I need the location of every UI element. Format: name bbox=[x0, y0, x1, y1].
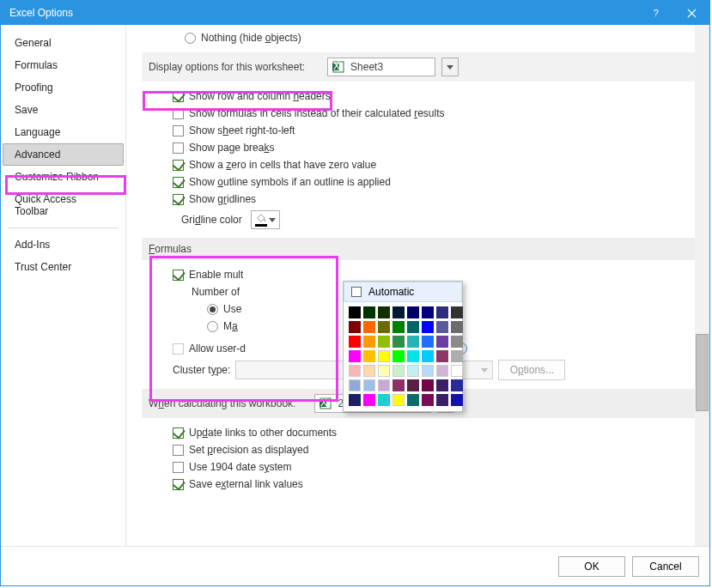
content-scrollbar[interactable] bbox=[695, 25, 709, 546]
color-swatch[interactable] bbox=[393, 379, 405, 391]
cb-1904[interactable] bbox=[173, 462, 184, 473]
color-swatch[interactable] bbox=[393, 321, 405, 333]
color-swatch[interactable] bbox=[349, 306, 361, 318]
sidebar-item-language[interactable]: Language bbox=[3, 121, 124, 143]
color-swatch[interactable] bbox=[436, 365, 448, 377]
color-swatch[interactable] bbox=[363, 394, 375, 406]
cancel-button[interactable]: Cancel bbox=[632, 556, 699, 577]
color-swatch[interactable] bbox=[378, 350, 390, 362]
color-swatch[interactable] bbox=[436, 350, 448, 362]
cb-zero-in-cells[interactable] bbox=[173, 160, 184, 171]
color-swatch[interactable] bbox=[436, 336, 448, 348]
color-swatch[interactable] bbox=[422, 350, 434, 362]
color-swatch[interactable] bbox=[349, 321, 361, 333]
color-swatch[interactable] bbox=[407, 321, 419, 333]
automatic-label: Automatic bbox=[368, 286, 414, 298]
color-swatch[interactable] bbox=[363, 336, 375, 348]
color-swatch[interactable] bbox=[451, 321, 463, 333]
color-swatch[interactable] bbox=[363, 350, 375, 362]
gridline-color-button[interactable] bbox=[251, 210, 280, 229]
color-swatch[interactable] bbox=[363, 321, 375, 333]
sidebar-item-save[interactable]: Save bbox=[3, 99, 124, 121]
sidebar-item-advanced[interactable]: Advanced bbox=[3, 143, 124, 166]
color-swatch[interactable] bbox=[422, 379, 434, 391]
color-swatch[interactable] bbox=[407, 350, 419, 362]
worksheet-picker[interactable]: X Sheet3 bbox=[327, 58, 435, 76]
lbl-update-links: Update links to other documents bbox=[189, 427, 337, 439]
cb-show-gridlines[interactable] bbox=[173, 194, 184, 205]
lbl-manual: Ma bbox=[223, 320, 238, 332]
section-when-calculating-title: When calculating this workbook: bbox=[149, 397, 295, 409]
color-swatch[interactable] bbox=[349, 350, 361, 362]
radio-use-all-processors[interactable] bbox=[207, 304, 218, 315]
color-swatch[interactable] bbox=[393, 350, 405, 362]
color-swatch[interactable] bbox=[451, 336, 463, 348]
sidebar-item-add-ins[interactable]: Add-Ins bbox=[3, 233, 124, 256]
color-swatch[interactable] bbox=[378, 394, 390, 406]
color-swatch[interactable] bbox=[393, 394, 405, 406]
cb-update-links[interactable] bbox=[173, 427, 184, 439]
color-swatch[interactable] bbox=[393, 365, 405, 377]
color-swatch[interactable] bbox=[363, 365, 375, 377]
sidebar-item-trust-center[interactable]: Trust Center bbox=[3, 256, 124, 278]
color-swatch[interactable] bbox=[407, 394, 419, 406]
color-swatch[interactable] bbox=[422, 306, 434, 318]
color-swatch[interactable] bbox=[436, 321, 448, 333]
color-swatch[interactable] bbox=[407, 365, 419, 377]
help-button[interactable]: ? bbox=[637, 1, 673, 25]
cb-show-formulas[interactable] bbox=[173, 108, 184, 119]
sidebar-item-formulas[interactable]: Formulas bbox=[3, 54, 124, 76]
radio-manual[interactable] bbox=[207, 321, 218, 332]
cb-right-to-left[interactable] bbox=[173, 125, 184, 136]
color-swatch[interactable] bbox=[436, 394, 448, 406]
cb-page-breaks[interactable] bbox=[173, 142, 184, 154]
cb-enable-multithreaded[interactable] bbox=[173, 270, 184, 281]
color-swatch[interactable] bbox=[378, 336, 390, 348]
worksheet-dropdown-button[interactable] bbox=[441, 58, 459, 76]
section-display-title: Display options for this worksheet: bbox=[149, 61, 305, 73]
ok-button[interactable]: OK bbox=[558, 556, 625, 577]
lbl-outline-symbols: Show outline symbols if an outline is ap… bbox=[189, 176, 391, 188]
close-button[interactable] bbox=[673, 1, 709, 25]
category-sidebar: General Formulas Proofing Save Language … bbox=[1, 25, 126, 546]
scrollbar-thumb[interactable] bbox=[696, 334, 709, 411]
color-swatch[interactable] bbox=[422, 365, 434, 377]
sidebar-item-customize-ribbon[interactable]: Customize Ribbon bbox=[3, 166, 124, 188]
cb-external-links[interactable] bbox=[173, 479, 184, 490]
radio-nothing-hide-objects[interactable] bbox=[185, 33, 196, 44]
color-swatch[interactable] bbox=[422, 336, 434, 348]
cb-precision[interactable] bbox=[173, 445, 184, 456]
color-swatch[interactable] bbox=[393, 336, 405, 348]
color-swatch[interactable] bbox=[451, 350, 463, 362]
sidebar-item-general[interactable]: General bbox=[3, 32, 124, 54]
color-automatic[interactable]: Automatic bbox=[344, 282, 462, 302]
color-swatch[interactable] bbox=[407, 379, 419, 391]
cb-outline-symbols[interactable] bbox=[173, 177, 184, 188]
dialog-button-row: OK Cancel bbox=[1, 546, 709, 585]
cb-row-col-headers[interactable] bbox=[173, 91, 184, 102]
color-swatch[interactable] bbox=[378, 321, 390, 333]
color-swatch[interactable] bbox=[407, 306, 419, 318]
color-swatch[interactable] bbox=[378, 379, 390, 391]
color-swatch[interactable] bbox=[378, 306, 390, 318]
color-swatch[interactable] bbox=[451, 365, 463, 377]
color-swatch[interactable] bbox=[422, 321, 434, 333]
color-swatch[interactable] bbox=[349, 365, 361, 377]
color-swatch[interactable] bbox=[393, 306, 405, 318]
color-swatch[interactable] bbox=[349, 336, 361, 348]
color-swatch[interactable] bbox=[349, 379, 361, 391]
sidebar-item-quick-access-toolbar[interactable]: Quick Access Toolbar bbox=[3, 188, 124, 222]
color-swatch[interactable] bbox=[363, 306, 375, 318]
color-swatch[interactable] bbox=[422, 394, 434, 406]
color-swatch[interactable] bbox=[451, 306, 463, 318]
color-swatch[interactable] bbox=[349, 394, 361, 406]
color-swatch[interactable] bbox=[407, 336, 419, 348]
sidebar-item-proofing[interactable]: Proofing bbox=[3, 76, 124, 99]
color-swatch[interactable] bbox=[451, 394, 463, 406]
color-swatch[interactable] bbox=[451, 379, 463, 391]
color-swatch[interactable] bbox=[436, 306, 448, 318]
color-swatch[interactable] bbox=[436, 379, 448, 391]
color-swatch[interactable] bbox=[363, 379, 375, 391]
excel-file-icon: X bbox=[319, 397, 332, 410]
color-swatch[interactable] bbox=[378, 365, 390, 377]
